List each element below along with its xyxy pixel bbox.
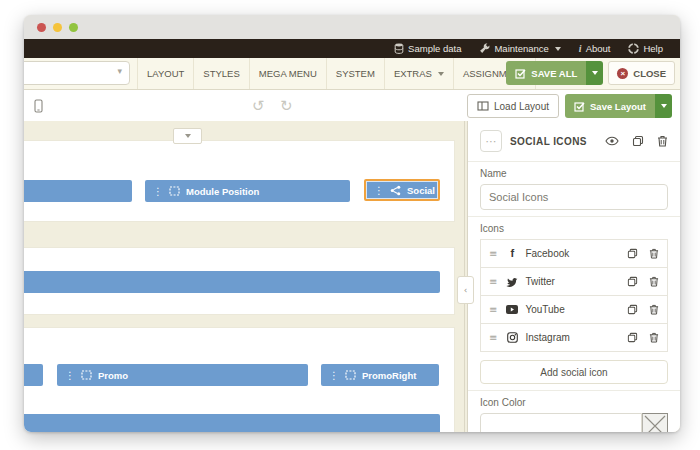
kebab-menu-icon[interactable]: ⋮ [329,370,339,381]
save-all-label: SAVE ALL [531,68,577,79]
trash-icon[interactable] [657,135,668,147]
instagram-icon [505,332,519,343]
icon-color-input[interactable] [480,413,642,432]
drag-handle-icon[interactable]: ≡ [489,304,497,315]
undo-button[interactable]: ↺ [252,95,265,117]
tab-system[interactable]: SYSTEM [326,58,384,89]
transparent-color-swatch[interactable] [642,413,668,432]
save-layout-label: Save Layout [590,101,646,112]
save-all-split-button: SAVE ALL [506,61,603,85]
module-bar-social-icons[interactable]: ⋮ Social I... [364,179,440,201]
layout-section-bottom: ⋮ Promo ⋮ PromoRight [24,327,455,432]
help-menu[interactable]: Help [619,43,672,54]
module-bar-promo[interactable]: ⋮ Promo [57,364,308,386]
tab-layout[interactable]: LAYOUT [137,58,193,89]
eye-icon[interactable] [605,136,619,146]
chevron-down-icon [438,72,444,76]
sample-data-menu[interactable]: Sample data [385,43,470,54]
name-input[interactable] [480,184,668,210]
duplicate-icon[interactable] [627,276,638,287]
module-bar-unlabeled[interactable] [24,414,440,432]
tabs: LAYOUT STYLES MEGA MENU SYSTEM EXTRAS AS… [137,58,536,89]
list-item-facebook[interactable]: ≡ f Facebook [480,239,668,268]
section-collapse-tab[interactable] [173,128,202,144]
sidebar-collapse-toggle[interactable]: ‹ [457,276,474,304]
close-button[interactable]: × CLOSE [608,61,675,85]
tab-extras[interactable]: EXTRAS [384,58,453,89]
panel-header-actions [605,135,668,147]
minimize-window-button[interactable] [53,23,62,32]
panel-title: SOCIAL ICONS [510,136,597,147]
module-bar-module-position[interactable]: ⋮ Module Position [145,180,350,202]
sample-data-label: Sample data [408,43,461,54]
icon-color-label: Icon Color [480,397,668,408]
redo-button[interactable]: ↻ [280,95,293,117]
module-bar-unlabeled[interactable] [24,180,132,202]
module-bar-label: Module Position [186,186,259,197]
name-field-label: Name [480,168,668,179]
panel-drag-handle[interactable]: ⋯ [480,130,502,152]
tab-styles[interactable]: STYLES [193,58,248,89]
twitter-icon [505,277,519,287]
divider [468,390,680,391]
layout-section-header: ⋮ Module Position ⋮ Social I... [24,140,455,222]
module-bar-promoright[interactable]: ⋮ PromoRight [321,364,439,386]
save-layout-button[interactable]: Save Layout [565,94,655,118]
duplicate-icon[interactable] [632,135,644,147]
list-item-label: YouTube [525,304,621,315]
chevron-down-icon: ▾ [117,66,122,76]
load-layout-button[interactable]: Load Layout [467,94,559,118]
module-position-icon [81,370,92,380]
about-menu[interactable]: i About [570,43,620,54]
maintenance-menu[interactable]: Maintenance [470,43,569,54]
save-all-dropdown-button[interactable] [586,61,603,85]
list-item-label: Facebook [525,248,621,259]
duplicate-icon[interactable] [627,332,638,343]
module-bar-label: Social I... [407,185,440,196]
close-icon: × [617,68,628,79]
mobile-preview-icon[interactable] [34,99,43,113]
module-bar-unlabeled[interactable] [24,271,440,293]
tab-mega-menu[interactable]: MEGA MENU [249,58,326,89]
add-social-icon-button[interactable]: Add social icon [480,360,668,384]
divider [468,161,680,162]
save-layout-dropdown-button[interactable] [655,94,672,118]
trash-icon[interactable] [649,248,659,259]
help-label: Help [643,43,663,54]
drag-handle-icon[interactable]: ≡ [489,332,497,343]
save-layout-split-button: Save Layout [565,94,672,118]
database-icon [394,43,404,54]
duplicate-icon[interactable] [627,248,638,259]
chevron-down-icon [185,134,191,138]
panel-header: ⋯ SOCIAL ICONS [480,127,668,155]
close-label: CLOSE [633,68,666,79]
list-item-youtube[interactable]: ≡ YouTube [480,295,668,324]
trash-icon[interactable] [649,332,659,343]
trash-icon[interactable] [649,304,659,315]
trash-icon[interactable] [649,276,659,287]
module-position-icon [345,370,356,380]
facebook-icon: f [505,248,519,259]
kebab-menu-icon[interactable]: ⋮ [153,186,163,197]
social-icons-list: ≡ f Facebook ≡ Twitter [480,239,668,352]
about-label: About [586,43,611,54]
zoom-window-button[interactable] [69,23,78,32]
module-bar-unlabeled[interactable] [24,364,43,386]
kebab-menu-icon[interactable]: ⋮ [374,185,384,196]
layout-section-middle [24,247,455,315]
check-square-icon [574,101,585,112]
main-tab-bar: ▾ LAYOUT STYLES MEGA MENU SYSTEM EXTRAS … [24,58,680,90]
close-window-button[interactable] [37,23,46,32]
drag-handle-icon[interactable]: ≡ [489,248,497,259]
settings-panel: ⋯ SOCIAL ICONS Name Icons ≡ f Facebook [467,121,680,432]
window-titlebar [24,15,680,39]
template-style-select[interactable]: ▾ [24,61,130,85]
duplicate-icon[interactable] [627,304,638,315]
save-all-button[interactable]: SAVE ALL [506,61,586,85]
list-item-twitter[interactable]: ≡ Twitter [480,267,668,296]
kebab-menu-icon[interactable]: ⋮ [65,370,75,381]
info-icon: i [579,43,582,54]
youtube-icon [505,305,519,314]
drag-handle-icon[interactable]: ≡ [489,276,497,287]
list-item-instagram[interactable]: ≡ Instagram [480,323,668,352]
